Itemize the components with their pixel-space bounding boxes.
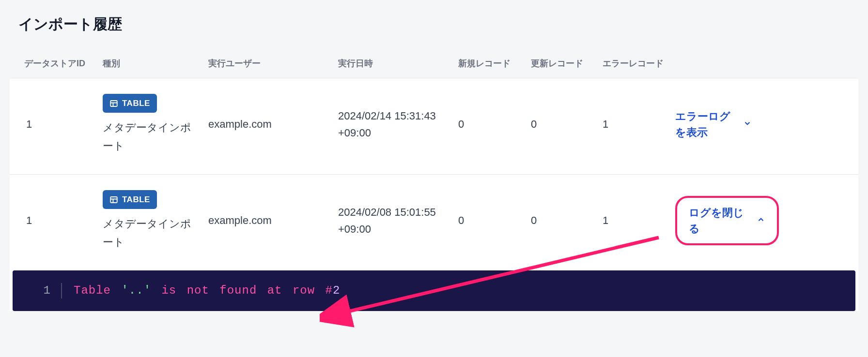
log-token: row: [293, 284, 315, 297]
cell-update-records: 0: [525, 212, 597, 229]
close-log-button[interactable]: ログを閉じる: [689, 205, 765, 237]
svg-rect-3: [110, 197, 117, 203]
cell-new-records: 0: [452, 116, 525, 133]
log-token: at: [267, 284, 282, 297]
header-date: 実行日時: [332, 58, 452, 69]
chevron-down-icon: [743, 116, 752, 133]
action-label: エラーログを表示: [675, 108, 738, 140]
log-separator: [61, 283, 62, 298]
log-token: '..': [121, 284, 151, 297]
table-row: 1 TABLE メタデータインポート example.com 2024/02/0…: [10, 174, 858, 267]
cell-user: example.com: [202, 212, 332, 229]
header-update-records: 更新レコード: [525, 58, 597, 69]
cell-date: 2024/02/14 15:31:43 +09:00: [332, 107, 452, 141]
cell-error-records: 1: [597, 116, 669, 133]
badge-label: TABLE: [122, 97, 150, 110]
cell-datastore-id: 1: [10, 116, 97, 133]
log-token: 2: [333, 284, 340, 297]
action-label: ログを閉じる: [689, 205, 752, 237]
cell-type: TABLE メタデータインポート: [97, 190, 202, 251]
badge-label: TABLE: [122, 193, 150, 206]
log-token: Table: [74, 284, 111, 297]
table-icon: [109, 195, 118, 204]
cell-update-records: 0: [525, 116, 597, 133]
page-title: インポート履歴: [18, 15, 858, 34]
error-log-panel: 1 Table '..' is not found at row #2: [13, 270, 855, 311]
header-type: 種別: [97, 58, 202, 69]
table-row: 1 TABLE メタデータインポート example.com 2024/02/1…: [10, 78, 858, 170]
type-text: メタデータインポート: [103, 119, 197, 155]
cell-error-records: 1: [597, 212, 669, 229]
type-text: メタデータインポート: [103, 215, 197, 251]
table-badge: TABLE: [103, 94, 157, 113]
header-new-records: 新規レコード: [452, 58, 525, 69]
import-history-table: データストアID 種別 実行ユーザー 実行日時 新規レコード 更新レコード エラ…: [10, 49, 858, 311]
cell-new-records: 0: [452, 212, 525, 229]
header-error-records: エラーレコード: [597, 58, 669, 69]
log-message: Table '..' is not found at row #2: [74, 284, 340, 297]
cell-type: TABLE メタデータインポート: [97, 94, 202, 155]
log-line-number: 1: [27, 284, 61, 297]
log-token: found: [219, 284, 257, 297]
svg-rect-0: [110, 101, 117, 106]
show-error-log-button[interactable]: エラーログを表示: [675, 108, 852, 140]
cell-user: example.com: [202, 116, 332, 133]
annotation-highlight: ログを閉じる: [675, 196, 779, 245]
log-token: #: [326, 284, 333, 297]
log-token: not: [187, 284, 209, 297]
chevron-up-icon: [757, 212, 765, 229]
header-datastore-id: データストアID: [10, 58, 97, 69]
table-header-row: データストアID 種別 実行ユーザー 実行日時 新規レコード 更新レコード エラ…: [10, 49, 858, 78]
log-token: is: [161, 284, 176, 297]
table-badge: TABLE: [103, 190, 157, 209]
cell-date: 2024/02/08 15:01:55 +09:00: [332, 204, 452, 238]
table-icon: [109, 99, 118, 108]
cell-datastore-id: 1: [10, 212, 97, 229]
header-user: 実行ユーザー: [202, 58, 332, 69]
